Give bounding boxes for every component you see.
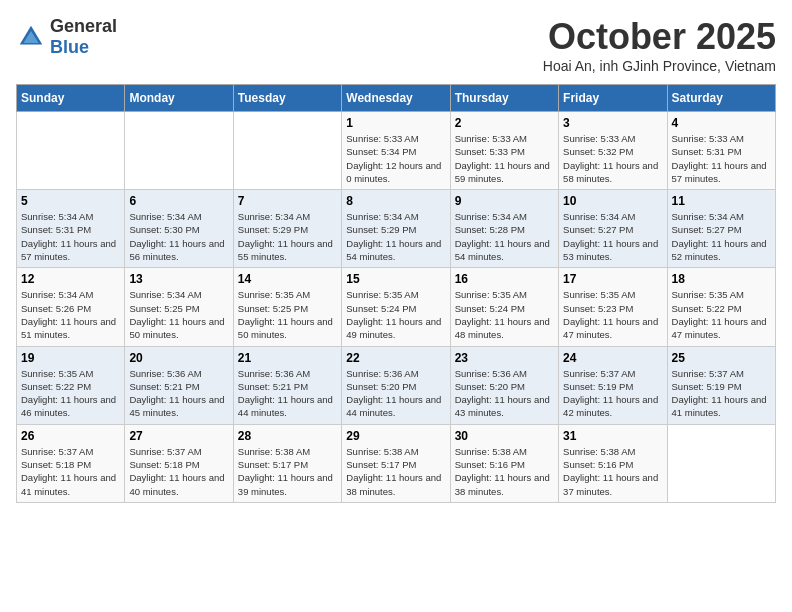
calendar-cell (667, 424, 775, 502)
calendar-cell: 24Sunrise: 5:37 AMSunset: 5:19 PMDayligh… (559, 346, 667, 424)
calendar-cell: 13Sunrise: 5:34 AMSunset: 5:25 PMDayligh… (125, 268, 233, 346)
calendar-cell: 10Sunrise: 5:34 AMSunset: 5:27 PMDayligh… (559, 190, 667, 268)
day-info: Sunrise: 5:35 AMSunset: 5:23 PMDaylight:… (563, 288, 662, 341)
calendar-cell: 1Sunrise: 5:33 AMSunset: 5:34 PMDaylight… (342, 112, 450, 190)
calendar-cell: 20Sunrise: 5:36 AMSunset: 5:21 PMDayligh… (125, 346, 233, 424)
calendar-cell: 4Sunrise: 5:33 AMSunset: 5:31 PMDaylight… (667, 112, 775, 190)
day-number: 17 (563, 272, 662, 286)
calendar-week-row: 1Sunrise: 5:33 AMSunset: 5:34 PMDaylight… (17, 112, 776, 190)
day-info: Sunrise: 5:33 AMSunset: 5:33 PMDaylight:… (455, 132, 554, 185)
day-number: 25 (672, 351, 771, 365)
calendar-table: SundayMondayTuesdayWednesdayThursdayFrid… (16, 84, 776, 503)
logo-blue: Blue (50, 37, 89, 57)
day-info: Sunrise: 5:38 AMSunset: 5:17 PMDaylight:… (238, 445, 337, 498)
day-info: Sunrise: 5:38 AMSunset: 5:16 PMDaylight:… (455, 445, 554, 498)
day-number: 5 (21, 194, 120, 208)
calendar-cell: 11Sunrise: 5:34 AMSunset: 5:27 PMDayligh… (667, 190, 775, 268)
day-number: 15 (346, 272, 445, 286)
calendar-cell: 12Sunrise: 5:34 AMSunset: 5:26 PMDayligh… (17, 268, 125, 346)
day-info: Sunrise: 5:35 AMSunset: 5:22 PMDaylight:… (21, 367, 120, 420)
calendar-subtitle: Hoai An, inh GJinh Province, Vietnam (543, 58, 776, 74)
calendar-cell: 22Sunrise: 5:36 AMSunset: 5:20 PMDayligh… (342, 346, 450, 424)
day-info: Sunrise: 5:34 AMSunset: 5:29 PMDaylight:… (238, 210, 337, 263)
weekday-header-tuesday: Tuesday (233, 85, 341, 112)
day-number: 22 (346, 351, 445, 365)
calendar-cell (17, 112, 125, 190)
day-info: Sunrise: 5:37 AMSunset: 5:18 PMDaylight:… (21, 445, 120, 498)
day-number: 10 (563, 194, 662, 208)
title-block: October 2025 Hoai An, inh GJinh Province… (543, 16, 776, 74)
day-number: 31 (563, 429, 662, 443)
day-number: 4 (672, 116, 771, 130)
logo-icon (16, 22, 46, 52)
day-info: Sunrise: 5:34 AMSunset: 5:30 PMDaylight:… (129, 210, 228, 263)
day-number: 8 (346, 194, 445, 208)
day-number: 23 (455, 351, 554, 365)
day-info: Sunrise: 5:34 AMSunset: 5:29 PMDaylight:… (346, 210, 445, 263)
calendar-cell: 26Sunrise: 5:37 AMSunset: 5:18 PMDayligh… (17, 424, 125, 502)
calendar-cell: 28Sunrise: 5:38 AMSunset: 5:17 PMDayligh… (233, 424, 341, 502)
day-info: Sunrise: 5:34 AMSunset: 5:28 PMDaylight:… (455, 210, 554, 263)
day-info: Sunrise: 5:34 AMSunset: 5:26 PMDaylight:… (21, 288, 120, 341)
day-info: Sunrise: 5:37 AMSunset: 5:19 PMDaylight:… (672, 367, 771, 420)
day-number: 6 (129, 194, 228, 208)
day-number: 16 (455, 272, 554, 286)
day-number: 1 (346, 116, 445, 130)
calendar-cell: 21Sunrise: 5:36 AMSunset: 5:21 PMDayligh… (233, 346, 341, 424)
calendar-cell: 23Sunrise: 5:36 AMSunset: 5:20 PMDayligh… (450, 346, 558, 424)
day-number: 30 (455, 429, 554, 443)
day-number: 11 (672, 194, 771, 208)
calendar-week-row: 19Sunrise: 5:35 AMSunset: 5:22 PMDayligh… (17, 346, 776, 424)
calendar-cell: 7Sunrise: 5:34 AMSunset: 5:29 PMDaylight… (233, 190, 341, 268)
calendar-cell: 14Sunrise: 5:35 AMSunset: 5:25 PMDayligh… (233, 268, 341, 346)
day-info: Sunrise: 5:33 AMSunset: 5:32 PMDaylight:… (563, 132, 662, 185)
day-number: 28 (238, 429, 337, 443)
day-info: Sunrise: 5:38 AMSunset: 5:16 PMDaylight:… (563, 445, 662, 498)
calendar-cell: 9Sunrise: 5:34 AMSunset: 5:28 PMDaylight… (450, 190, 558, 268)
day-info: Sunrise: 5:37 AMSunset: 5:19 PMDaylight:… (563, 367, 662, 420)
day-info: Sunrise: 5:33 AMSunset: 5:31 PMDaylight:… (672, 132, 771, 185)
day-info: Sunrise: 5:35 AMSunset: 5:22 PMDaylight:… (672, 288, 771, 341)
day-number: 27 (129, 429, 228, 443)
weekday-header-monday: Monday (125, 85, 233, 112)
calendar-cell: 31Sunrise: 5:38 AMSunset: 5:16 PMDayligh… (559, 424, 667, 502)
day-number: 18 (672, 272, 771, 286)
calendar-cell: 19Sunrise: 5:35 AMSunset: 5:22 PMDayligh… (17, 346, 125, 424)
calendar-title: October 2025 (543, 16, 776, 58)
day-number: 7 (238, 194, 337, 208)
day-number: 29 (346, 429, 445, 443)
day-info: Sunrise: 5:36 AMSunset: 5:21 PMDaylight:… (238, 367, 337, 420)
weekday-header-sunday: Sunday (17, 85, 125, 112)
calendar-cell: 3Sunrise: 5:33 AMSunset: 5:32 PMDaylight… (559, 112, 667, 190)
day-info: Sunrise: 5:33 AMSunset: 5:34 PMDaylight:… (346, 132, 445, 185)
calendar-cell: 6Sunrise: 5:34 AMSunset: 5:30 PMDaylight… (125, 190, 233, 268)
calendar-week-row: 26Sunrise: 5:37 AMSunset: 5:18 PMDayligh… (17, 424, 776, 502)
day-info: Sunrise: 5:37 AMSunset: 5:18 PMDaylight:… (129, 445, 228, 498)
calendar-cell: 2Sunrise: 5:33 AMSunset: 5:33 PMDaylight… (450, 112, 558, 190)
day-number: 2 (455, 116, 554, 130)
day-number: 14 (238, 272, 337, 286)
day-number: 21 (238, 351, 337, 365)
calendar-cell: 30Sunrise: 5:38 AMSunset: 5:16 PMDayligh… (450, 424, 558, 502)
logo: General Blue (16, 16, 117, 58)
calendar-cell: 25Sunrise: 5:37 AMSunset: 5:19 PMDayligh… (667, 346, 775, 424)
day-info: Sunrise: 5:34 AMSunset: 5:27 PMDaylight:… (672, 210, 771, 263)
day-number: 3 (563, 116, 662, 130)
day-info: Sunrise: 5:34 AMSunset: 5:25 PMDaylight:… (129, 288, 228, 341)
calendar-cell (233, 112, 341, 190)
weekday-header-thursday: Thursday (450, 85, 558, 112)
day-info: Sunrise: 5:36 AMSunset: 5:20 PMDaylight:… (346, 367, 445, 420)
day-info: Sunrise: 5:34 AMSunset: 5:31 PMDaylight:… (21, 210, 120, 263)
weekday-header-friday: Friday (559, 85, 667, 112)
page-header: General Blue October 2025 Hoai An, inh G… (16, 16, 776, 74)
day-number: 9 (455, 194, 554, 208)
day-info: Sunrise: 5:36 AMSunset: 5:21 PMDaylight:… (129, 367, 228, 420)
calendar-cell: 27Sunrise: 5:37 AMSunset: 5:18 PMDayligh… (125, 424, 233, 502)
calendar-cell: 16Sunrise: 5:35 AMSunset: 5:24 PMDayligh… (450, 268, 558, 346)
day-info: Sunrise: 5:38 AMSunset: 5:17 PMDaylight:… (346, 445, 445, 498)
day-number: 26 (21, 429, 120, 443)
day-number: 19 (21, 351, 120, 365)
day-info: Sunrise: 5:35 AMSunset: 5:24 PMDaylight:… (346, 288, 445, 341)
calendar-cell: 18Sunrise: 5:35 AMSunset: 5:22 PMDayligh… (667, 268, 775, 346)
day-info: Sunrise: 5:35 AMSunset: 5:25 PMDaylight:… (238, 288, 337, 341)
